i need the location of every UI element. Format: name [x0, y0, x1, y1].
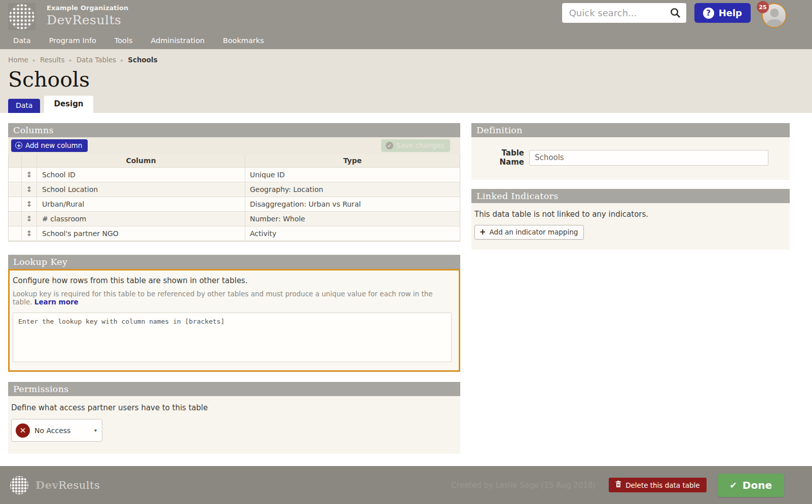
lookup-key-textarea[interactable] — [13, 313, 452, 362]
footer-brand-name: DevResults — [35, 479, 100, 491]
footer-brand-rest: Results — [58, 479, 100, 491]
columns-panel: Columns + Add new column ✓ Save changes … — [8, 123, 460, 242]
permissions-panel-title: Permissions — [8, 382, 460, 396]
lookup-description: Configure how rows from this table are s… — [13, 276, 452, 285]
no-access-icon: ✕ — [16, 423, 30, 438]
permissions-description: Define what access partner users have to… — [11, 403, 452, 412]
add-indicator-mapping-button[interactable]: + Add an indicator mapping — [474, 225, 584, 240]
drag-handle-icon[interactable]: ↕ — [22, 182, 37, 197]
save-changes-button[interactable]: ✓ Save changes — [381, 139, 450, 152]
linked-indicators-panel: Linked Indicators This data table is not… — [471, 189, 790, 250]
permissions-body: Define what access partner users have to… — [8, 396, 460, 454]
cell-column[interactable]: # classroom — [37, 212, 245, 226]
tab-design[interactable]: Design — [44, 96, 93, 113]
type-header: Type — [245, 154, 460, 168]
footer: DevResults Created by Leslie Sage (15 Au… — [0, 466, 812, 504]
top-header: Example Organization DevResults ? Help 2… — [0, 0, 812, 33]
quick-search — [562, 3, 686, 23]
cell-type[interactable]: Number: Whole — [245, 212, 460, 226]
globe-logo-icon — [9, 4, 34, 29]
add-indicator-mapping-label: Add an indicator mapping — [490, 228, 578, 236]
tab-data[interactable]: Data — [8, 99, 40, 113]
nav-item-tools[interactable]: Tools — [115, 33, 142, 49]
search-input[interactable] — [562, 3, 686, 23]
breadcrumb-sep-icon: ▸ — [33, 57, 35, 63]
lookup-key-body: Configure how rows from this table are s… — [8, 269, 460, 372]
columns-toolbar: + Add new column ✓ Save changes — [8, 137, 460, 154]
lookup-key-panel-title: Lookup Key — [8, 255, 460, 269]
footer-brand-bold: Dev — [35, 479, 58, 491]
plus-circle-icon: + — [15, 142, 22, 149]
created-by-text: Created by Leslie Sage (15 Aug 2018) — [451, 481, 596, 490]
help-icon: ? — [703, 8, 714, 19]
organization-name: Example Organization — [47, 4, 128, 12]
cell-type[interactable]: Unique ID — [245, 168, 460, 182]
done-button[interactable]: ✔ Done — [718, 474, 784, 497]
table-row[interactable]: ↕ School ID Unique ID — [9, 168, 460, 182]
columns-panel-title: Columns — [8, 123, 460, 137]
linked-indicators-body: This data table is not linked to any ind… — [471, 203, 790, 250]
breadcrumb-current: Schools — [128, 56, 158, 64]
linked-indicators-empty-text: This data table is not linked to any ind… — [474, 210, 785, 219]
cell-type[interactable]: Geography: Location — [245, 182, 460, 197]
caret-down-icon: ▾ — [94, 428, 97, 433]
delete-data-table-label: Delete this data table — [625, 481, 699, 489]
breadcrumb-sep-icon: ▸ — [121, 57, 123, 63]
globe-logo-icon — [10, 476, 28, 494]
linked-indicators-title: Linked Indicators — [471, 189, 790, 203]
drag-handle-icon[interactable]: ↕ — [22, 168, 37, 182]
plus-icon: + — [479, 227, 486, 237]
brand-block: Example Organization DevResults — [47, 3, 128, 27]
definition-body: Table Name — [471, 137, 790, 180]
drag-handle-icon[interactable]: ↕ — [22, 212, 37, 226]
add-new-column-button[interactable]: + Add new column — [11, 139, 88, 152]
breadcrumb: Home ▸ Results ▸ Data Tables ▸ Schools — [8, 56, 804, 64]
breadcrumb-sep-icon: ▸ — [69, 57, 72, 63]
table-name-input[interactable] — [529, 150, 768, 166]
cell-column[interactable]: School's partner NGO — [37, 226, 245, 241]
table-row[interactable]: ↕ School Location Geography: Location — [9, 182, 460, 197]
access-level-dropdown[interactable]: ✕ No Access ▾ — [11, 419, 102, 442]
breadcrumb-home[interactable]: Home — [8, 56, 28, 64]
cell-column[interactable]: Urban/Rural — [37, 197, 245, 212]
notification-badge[interactable]: 25 — [757, 1, 769, 13]
done-check-icon: ✔ — [730, 480, 737, 490]
table-row[interactable]: ↕ # classroom Number: Whole — [9, 212, 460, 226]
page-head: Home ▸ Results ▸ Data Tables ▸ Schools S… — [0, 49, 812, 113]
nav-item-bookmarks[interactable]: Bookmarks — [223, 33, 273, 49]
table-row[interactable]: ↕ School's partner NGO Activity — [9, 226, 460, 241]
page-title: Schools — [8, 67, 804, 92]
lookup-note: Lookup key is required for this table to… — [13, 290, 452, 306]
column-header: Column — [37, 154, 245, 168]
save-changes-label: Save changes — [396, 141, 444, 149]
main-content: Columns + Add new column ✓ Save changes … — [0, 113, 812, 466]
nav-item-program-info[interactable]: Program Info — [49, 33, 105, 49]
cell-column[interactable]: School Location — [37, 182, 245, 197]
columns-table-header: Column Type — [9, 154, 460, 168]
nav-item-data[interactable]: Data — [13, 33, 40, 49]
cell-type[interactable]: Disaggregation: Urban vs Rural — [245, 197, 460, 212]
footer-brand[interactable]: DevResults — [10, 476, 100, 494]
save-check-icon: ✓ — [386, 142, 393, 149]
delete-data-table-button[interactable]: Delete this data table — [609, 478, 706, 492]
add-new-column-label: Add new column — [25, 141, 82, 149]
help-button[interactable]: ? Help — [694, 3, 751, 23]
table-name-label: Table Name — [476, 148, 529, 167]
drag-handle-icon[interactable]: ↕ — [22, 197, 37, 212]
breadcrumb-results[interactable]: Results — [40, 56, 65, 64]
user-menu[interactable]: 25 — [762, 3, 787, 28]
search-icon[interactable] — [670, 7, 681, 21]
learn-more-link[interactable]: Learn more — [34, 298, 79, 306]
table-row[interactable]: ↕ Urban/Rural Disaggregation: Urban vs R… — [9, 197, 460, 212]
cell-column[interactable]: School ID — [37, 168, 245, 182]
cell-type[interactable]: Activity — [245, 226, 460, 241]
main-nav: Data Program Info Tools Administration B… — [0, 33, 812, 49]
trash-icon — [615, 481, 621, 489]
breadcrumb-data-tables[interactable]: Data Tables — [77, 56, 116, 64]
definition-panel-title: Definition — [471, 123, 790, 137]
drag-handle-icon[interactable]: ↕ — [22, 226, 37, 241]
nav-item-administration[interactable]: Administration — [151, 33, 214, 49]
brand-name: DevResults — [47, 13, 128, 27]
app-logo[interactable] — [8, 3, 35, 30]
done-label: Done — [743, 479, 772, 491]
